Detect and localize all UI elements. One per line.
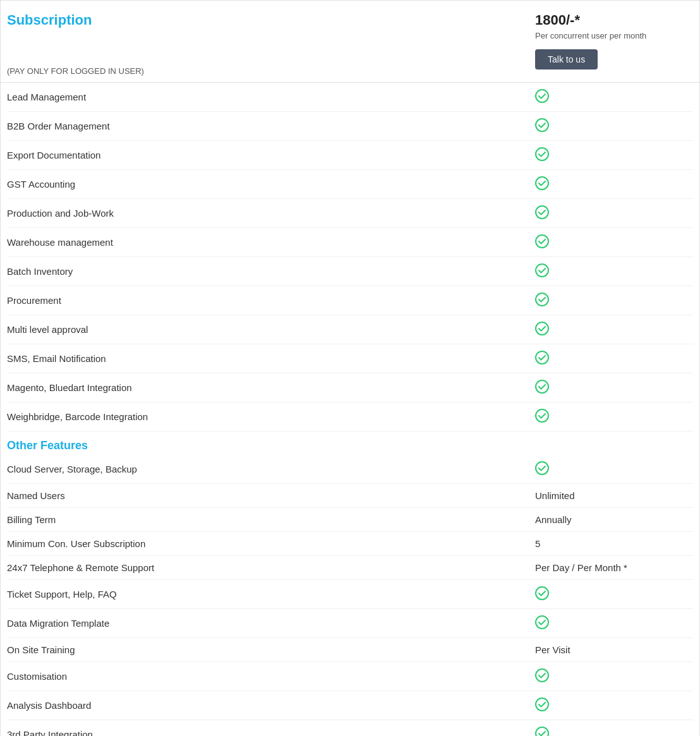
svg-point-5 [536, 235, 548, 248]
feature-label: 24x7 Telephone & Remote Support [7, 562, 529, 573]
feature-label: 3rd Party Integration [7, 729, 529, 736]
feature-label: Production and Job-Work [7, 208, 529, 219]
price-text: 1800/-* [535, 12, 693, 28]
svg-point-12 [536, 462, 548, 474]
feature-label: Batch Inventory [7, 266, 529, 277]
table-row: Cloud Server, Storage, Backup [7, 455, 693, 484]
feature-label: Data Migration Template [7, 618, 529, 629]
feature-label: B2B Order Management [7, 121, 529, 131]
feature-value [529, 89, 693, 105]
feature-value: 5 [529, 538, 693, 549]
svg-point-16 [536, 698, 548, 711]
svg-point-7 [536, 293, 548, 306]
feature-value [529, 351, 693, 366]
feature-value [529, 293, 693, 308]
feature-label: Analysis Dashboard [7, 700, 529, 711]
feature-value [529, 147, 693, 163]
header-left: Subscription (PAY ONLY FOR LOGGED IN USE… [7, 12, 529, 76]
table-row: Billing TermAnnually [7, 508, 693, 532]
price-subtitle: Per concurrent user per month [535, 31, 693, 40]
table-row: Magento, Bluedart Integration [7, 373, 693, 402]
feature-label: Multi level approval [7, 324, 529, 335]
feature-label: Lead Management [7, 92, 529, 102]
other-features-title: Other Features [7, 439, 88, 452]
feature-value [529, 263, 693, 279]
feature-value [529, 176, 693, 192]
table-row: Named UsersUnlimited [7, 484, 693, 508]
feature-label: Warehouse management [7, 237, 529, 248]
feature-label: Procurement [7, 295, 529, 306]
table-row: Lead Management [7, 83, 693, 112]
table-row: Export Documentation [7, 141, 693, 170]
feature-value [529, 727, 693, 736]
feature-label: Billing Term [7, 514, 529, 525]
feature-value [529, 668, 693, 684]
feature-label: Named Users [7, 490, 529, 501]
svg-point-3 [536, 177, 548, 190]
feature-value [529, 697, 693, 713]
table-row: B2B Order Management [7, 112, 693, 141]
table-row: Data Migration Template [7, 609, 693, 638]
feature-value [529, 615, 693, 631]
svg-point-1 [536, 119, 548, 131]
feature-value [529, 409, 693, 425]
feature-value: Unlimited [529, 490, 693, 501]
table-row: 24x7 Telephone & Remote SupportPer Day /… [7, 556, 693, 580]
feature-label: Minimum Con. User Subscription [7, 538, 529, 549]
svg-point-9 [536, 351, 548, 364]
feature-label: Weighbridge, Barcode Integration [7, 411, 529, 422]
feature-value: Per Day / Per Month * [529, 562, 693, 573]
svg-point-0 [536, 90, 548, 102]
feature-label: Customisation [7, 671, 529, 682]
table-row: Customisation [7, 662, 693, 691]
talk-to-us-button[interactable]: Talk to us [535, 49, 598, 69]
table-row: Weighbridge, Barcode Integration [7, 402, 693, 431]
pay-note: (PAY ONLY FOR LOGGED IN USER) [7, 66, 529, 76]
table-row: Multi level approval [7, 315, 693, 344]
svg-point-14 [536, 616, 548, 629]
svg-point-2 [536, 148, 548, 160]
feature-value [529, 234, 693, 250]
feature-label: Ticket Support, Help, FAQ [7, 589, 529, 600]
table-row: On Site TrainingPer Visit [7, 638, 693, 662]
table-row: Production and Job-Work [7, 199, 693, 228]
svg-point-15 [536, 669, 548, 682]
table-row: Batch Inventory [7, 257, 693, 286]
features-area: Lead Management B2B Order Management Exp… [1, 83, 699, 736]
feature-label: GST Accounting [7, 179, 529, 190]
other-features-section: Other Features [7, 431, 693, 455]
header-row: Subscription (PAY ONLY FOR LOGGED IN USE… [1, 1, 699, 83]
feature-label: Export Documentation [7, 150, 529, 160]
feature-value [529, 586, 693, 602]
svg-point-6 [536, 264, 548, 277]
feature-label: On Site Training [7, 644, 529, 655]
feature-value [529, 118, 693, 134]
feature-label: Cloud Server, Storage, Backup [7, 464, 529, 474]
table-row: Ticket Support, Help, FAQ [7, 580, 693, 609]
feature-label: Magento, Bluedart Integration [7, 382, 529, 393]
table-row: Warehouse management [7, 228, 693, 257]
svg-point-4 [536, 206, 548, 219]
table-row: 3rd Party Integration [7, 720, 693, 736]
header-right: 1800/-* Per concurrent user per month Ta… [529, 12, 693, 69]
page-container: Subscription (PAY ONLY FOR LOGGED IN USE… [0, 0, 700, 736]
feature-value: Per Visit [529, 644, 693, 655]
svg-point-11 [536, 409, 548, 422]
svg-point-13 [536, 587, 548, 600]
feature-value [529, 205, 693, 221]
svg-point-8 [536, 322, 548, 335]
table-row: Minimum Con. User Subscription5 [7, 532, 693, 556]
subscription-title: Subscription [7, 12, 529, 28]
table-row: SMS, Email Notification [7, 344, 693, 373]
feature-value: Annually [529, 514, 693, 525]
table-row: GST Accounting [7, 170, 693, 199]
svg-point-10 [536, 380, 548, 393]
table-row: Procurement [7, 286, 693, 315]
feature-value [529, 322, 693, 337]
feature-value [529, 461, 693, 477]
feature-label: SMS, Email Notification [7, 353, 529, 364]
table-row: Analysis Dashboard [7, 691, 693, 720]
feature-value [529, 380, 693, 395]
